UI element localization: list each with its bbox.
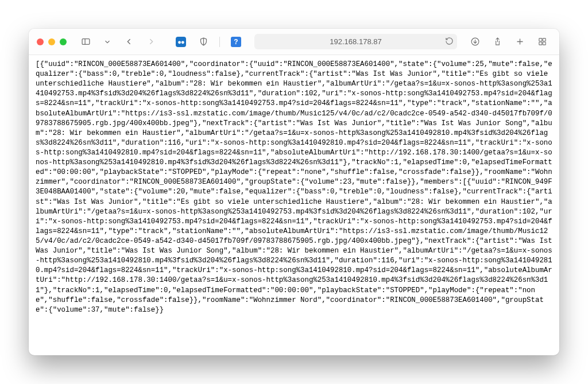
plus-icon [515, 37, 525, 46]
address-text: 192.168.178.87 [330, 37, 381, 46]
help-extension-button[interactable]: ? [227, 34, 245, 49]
share-button[interactable] [489, 34, 506, 49]
separator [219, 37, 220, 47]
close-window-button[interactable] [37, 38, 44, 45]
dropdown-button[interactable] [99, 34, 115, 49]
shield-icon [199, 37, 208, 46]
browser-window: ●● ? 192.168.178.87 [29, 29, 559, 355]
download-icon [470, 37, 480, 46]
onepassword-icon: ●● [176, 37, 186, 47]
maximize-window-button[interactable] [60, 38, 67, 45]
svg-rect-10 [539, 42, 542, 45]
minimize-window-button[interactable] [48, 38, 55, 45]
reload-button[interactable] [445, 37, 454, 47]
reload-icon [445, 37, 454, 45]
chevron-down-icon [103, 38, 111, 46]
svg-rect-11 [543, 42, 546, 45]
chevron-right-icon [146, 37, 156, 46]
svg-rect-9 [543, 38, 546, 41]
back-button[interactable] [120, 34, 138, 49]
share-icon [493, 37, 502, 46]
sidebar-icon [81, 37, 91, 46]
window-controls [37, 38, 67, 45]
sidebar-toggle-button[interactable] [77, 34, 95, 49]
tab-overview-button[interactable] [533, 34, 551, 49]
downloads-button[interactable] [466, 34, 484, 49]
page-content: [{"uuid":"RINCON_000E58873EA601400","coo… [29, 55, 559, 355]
chevron-left-icon [124, 37, 134, 46]
new-tab-button[interactable] [511, 34, 529, 49]
question-icon: ? [231, 37, 241, 47]
privacy-report-button[interactable] [195, 34, 212, 49]
forward-button[interactable] [142, 34, 160, 49]
svg-rect-0 [82, 39, 90, 45]
grid-icon [537, 37, 547, 46]
toolbar: ●● ? 192.168.178.87 [29, 29, 559, 55]
address-bar[interactable]: 192.168.178.87 [254, 34, 457, 49]
svg-rect-8 [539, 38, 542, 41]
onepassword-button[interactable]: ●● [172, 34, 190, 49]
